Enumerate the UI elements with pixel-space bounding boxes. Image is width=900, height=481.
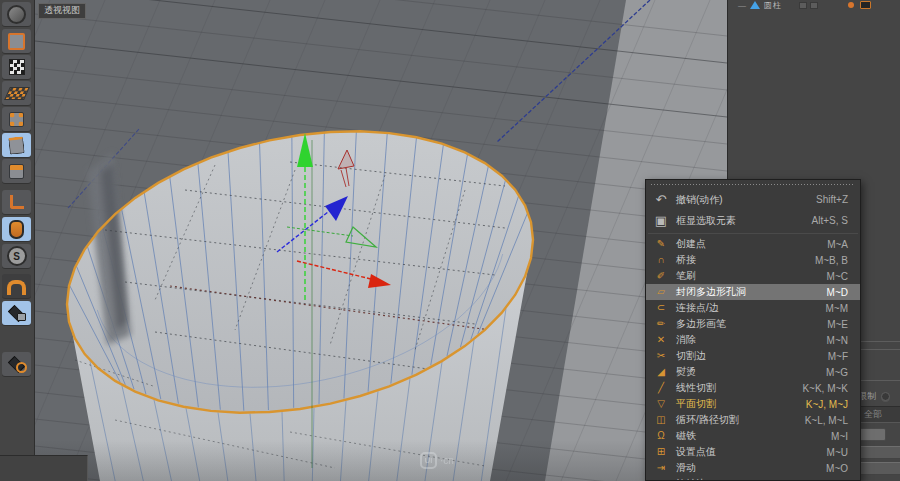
menu-item-label: 框显选取元素 bbox=[676, 214, 812, 228]
menu-item-undo[interactable]: ↶撤销(动作)Shift+Z bbox=[646, 189, 860, 210]
polygon-pen-icon: ✏ bbox=[650, 319, 672, 329]
toolbar-edges-mode-icon[interactable] bbox=[2, 133, 31, 157]
slide-icon: ⇥ bbox=[650, 463, 672, 473]
menu-item-shortcut: M~D bbox=[827, 287, 848, 298]
menu-item-close-polygon-hole[interactable]: ▱封闭多边形孔洞M~D bbox=[646, 284, 860, 300]
limit-mode-value: 全部 bbox=[864, 408, 882, 421]
menu-item-dissolve[interactable]: ✕消除M~N bbox=[646, 332, 860, 348]
menu-item-shortcut: M~U bbox=[827, 447, 848, 458]
polygon-object-icon bbox=[750, 1, 760, 9]
cut-edge-icon: ✂ bbox=[650, 351, 672, 361]
object-expand-dash[interactable]: — bbox=[738, 1, 746, 10]
material-dot-icon[interactable] bbox=[848, 2, 854, 8]
menu-item-shortcut: M~M bbox=[826, 303, 849, 314]
frame-selected-icon: ▣ bbox=[650, 214, 672, 227]
left-tool-palette bbox=[0, 0, 35, 481]
menu-item-cut-edge[interactable]: ✂切割边M~F bbox=[646, 348, 860, 364]
toolbar-axis-mode-icon[interactable] bbox=[2, 190, 31, 214]
timeline-corner-panel bbox=[0, 455, 88, 481]
menu-item-label: 笔刷 bbox=[676, 269, 827, 283]
menu-item-label: 封闭多边形孔洞 bbox=[676, 285, 827, 299]
menu-item-label: 设置点值 bbox=[676, 445, 827, 459]
menu-item-label: 线性切割 bbox=[676, 381, 802, 395]
panel-divider bbox=[856, 349, 900, 350]
menu-item-iron[interactable]: ◢熨烫M~G bbox=[646, 364, 860, 380]
menu-item-label: 磁铁 bbox=[676, 429, 831, 443]
menu-item-shortcut: M~B, B bbox=[815, 255, 848, 266]
menu-item-polygon-pen[interactable]: ✏多边形画笔M~E bbox=[646, 316, 860, 332]
menu-item-magnet[interactable]: Ω磁铁M~I bbox=[646, 428, 860, 444]
menu-item-label: 旋转边 bbox=[676, 477, 827, 481]
menu-item-label: 连接点/边 bbox=[676, 301, 826, 315]
toolbar-globe-icon[interactable] bbox=[2, 2, 31, 26]
toolbar-magnet-snap-icon[interactable] bbox=[2, 274, 31, 298]
menu-separator bbox=[648, 233, 858, 234]
menu-item-brush[interactable]: ✐笔刷M~C bbox=[646, 268, 860, 284]
brush-icon: ✐ bbox=[650, 271, 672, 281]
loop-path-cut-icon: ◫ bbox=[650, 415, 672, 425]
object-name[interactable]: 圆柱 bbox=[764, 0, 782, 11]
viewport-bottom-fade bbox=[35, 440, 727, 481]
panel-divider bbox=[856, 341, 900, 342]
menu-item-label: 熨烫 bbox=[676, 365, 826, 379]
menu-item-label: 多边形画笔 bbox=[676, 317, 827, 331]
object-manager-row[interactable]: — 圆柱 bbox=[728, 0, 900, 10]
toolbar-mouse-icon[interactable] bbox=[2, 217, 31, 241]
toolbar-texture-mode-icon[interactable] bbox=[2, 55, 31, 79]
menu-item-shortcut: M~G bbox=[826, 367, 848, 378]
menu-item-bridge[interactable]: ∩桥接M~B, B bbox=[646, 252, 860, 268]
toolbar-workplane-circle-icon[interactable] bbox=[2, 352, 31, 376]
connect-points-edges-icon: ⊂ bbox=[650, 303, 672, 313]
menu-item-label: 撤销(动作) bbox=[676, 193, 816, 207]
menu-item-shortcut: M~I bbox=[831, 431, 848, 442]
toolbar-points-mode-icon[interactable] bbox=[2, 107, 31, 131]
menu-item-label: 平面切割 bbox=[676, 397, 806, 411]
menu-item-plane-cut[interactable]: ▽平面切割K~J, M~J bbox=[646, 396, 860, 412]
toolbar-polygons-mode-icon[interactable] bbox=[2, 159, 31, 183]
toolbar-workplane-grid-icon[interactable] bbox=[2, 81, 31, 105]
watermark-logo-icon: UI bbox=[420, 452, 437, 469]
viewport[interactable]: 透视视图 UI ·cn bbox=[35, 0, 727, 481]
menu-item-connect-points-edges[interactable]: ⊂连接点/边M~M bbox=[646, 300, 860, 316]
attribute-field[interactable] bbox=[856, 462, 900, 475]
menu-item-shortcut: M~C bbox=[827, 271, 848, 282]
menu-item-label: 滑动 bbox=[676, 461, 826, 475]
panel-divider bbox=[856, 380, 900, 381]
magnet-icon: Ω bbox=[650, 431, 672, 441]
toolbar-s-badge-icon[interactable] bbox=[2, 244, 31, 268]
menu-item-set-point-value[interactable]: ⊞设置点值M~U bbox=[646, 444, 860, 460]
menu-item-shortcut: K~L, M~L bbox=[805, 415, 848, 426]
viewport-view-label: 透视视图 bbox=[38, 3, 86, 19]
attribute-field[interactable] bbox=[856, 446, 900, 459]
create-point-icon: ✎ bbox=[650, 239, 672, 249]
menu-item-line-cut[interactable]: ╱线性切割K~K, M~K bbox=[646, 380, 860, 396]
menu-tear-off-strip[interactable] bbox=[651, 183, 855, 187]
watermark-suffix: ·cn bbox=[440, 455, 454, 466]
menu-item-shortcut: Alt+S, S bbox=[812, 215, 848, 226]
toolbar-workplane-lock-icon[interactable] bbox=[2, 301, 31, 325]
menu-item-shortcut: M~A bbox=[827, 239, 848, 250]
limit-mode-select[interactable]: 全部 bbox=[856, 406, 900, 423]
bridge-icon: ∩ bbox=[650, 255, 672, 265]
menu-item-label: 消除 bbox=[676, 333, 827, 347]
texture-tag-icon[interactable] bbox=[860, 1, 871, 9]
limit-checkbox[interactable] bbox=[881, 392, 890, 401]
menu-item-rotate-edge[interactable]: ↻旋转边M~V bbox=[646, 476, 860, 481]
menu-item-loop-path-cut[interactable]: ◫循环/路径切割K~L, M~L bbox=[646, 412, 860, 428]
dissolve-icon: ✕ bbox=[650, 335, 672, 345]
line-cut-icon: ╱ bbox=[650, 383, 672, 393]
menu-item-shortcut: K~J, M~J bbox=[806, 399, 848, 410]
menu-item-shortcut: M~E bbox=[827, 319, 848, 330]
menu-item-label: 循环/路径切割 bbox=[676, 413, 805, 427]
menu-item-frame-selected[interactable]: ▣框显选取元素Alt+S, S bbox=[646, 210, 860, 231]
layer-icons[interactable] bbox=[796, 2, 818, 9]
menu-item-label: 桥接 bbox=[676, 253, 815, 267]
viewport-canvas[interactable] bbox=[35, 0, 727, 481]
close-polygon-hole-icon: ▱ bbox=[650, 287, 672, 297]
menu-item-create-point[interactable]: ✎创建点M~A bbox=[646, 236, 860, 252]
menu-item-slide[interactable]: ⇥滑动M~O bbox=[646, 460, 860, 476]
toolbar-make-editable-icon[interactable] bbox=[2, 29, 31, 53]
menu-item-shortcut: M~O bbox=[826, 463, 848, 474]
set-point-value-icon: ⊞ bbox=[650, 447, 672, 457]
menu-item-shortcut: K~K, M~K bbox=[802, 383, 848, 394]
